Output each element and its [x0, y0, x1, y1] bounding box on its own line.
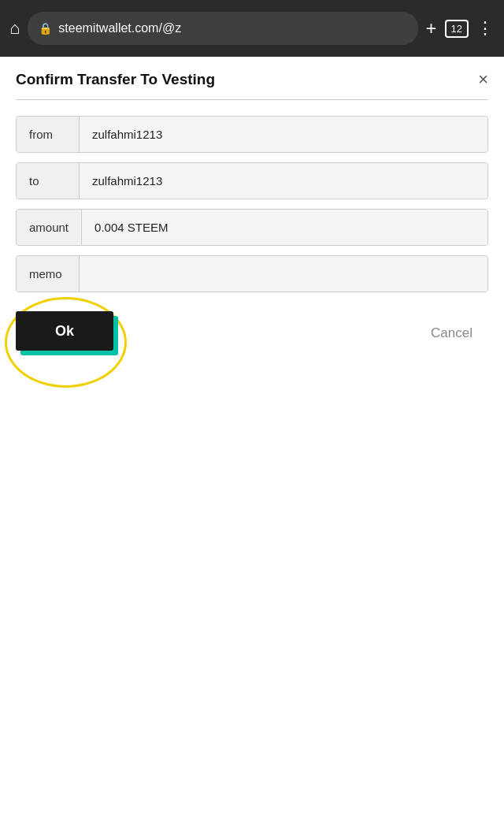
close-icon[interactable]: ×: [478, 71, 488, 88]
memo-value: [80, 256, 487, 292]
from-label: from: [17, 117, 80, 152]
amount-label: amount: [17, 210, 82, 245]
url-bar[interactable]: 🔒 steemitwallet.com/@z: [28, 12, 417, 45]
to-row: to zulfahmi1213: [16, 162, 488, 199]
ok-button-wrapper: Ok: [16, 311, 118, 355]
memo-row: memo: [16, 255, 488, 292]
amount-row: amount 0.004 STEEM: [16, 209, 488, 246]
page-background: [0, 379, 504, 773]
home-icon[interactable]: ⌂: [9, 18, 20, 39]
from-value: zulfahmi1213: [80, 117, 487, 152]
add-tab-icon[interactable]: +: [426, 17, 437, 39]
url-text: steemitwallet.com/@z: [58, 21, 406, 35]
buttons-row: Ok Cancel: [16, 311, 488, 355]
from-row: from zulfahmi1213: [16, 116, 488, 153]
dialog-header: Confirm Transfer To Vesting ×: [16, 71, 488, 88]
to-label: to: [17, 163, 80, 199]
to-value: zulfahmi1213: [80, 163, 487, 199]
lock-icon: 🔒: [39, 22, 52, 35]
amount-value: 0.004 STEEM: [82, 210, 487, 245]
ok-button[interactable]: Ok: [16, 311, 113, 351]
tabs-count-badge[interactable]: 12: [445, 20, 469, 38]
confirm-transfer-dialog: Confirm Transfer To Vesting × from zulfa…: [0, 57, 504, 379]
cancel-button[interactable]: Cancel: [415, 318, 488, 349]
browser-chrome: ⌂ 🔒 steemitwallet.com/@z + 12 ⋮: [0, 0, 504, 57]
dialog-title: Confirm Transfer To Vesting: [16, 71, 215, 88]
memo-label: memo: [17, 256, 80, 292]
browser-menu-icon[interactable]: ⋮: [476, 18, 495, 39]
dialog-divider: [16, 99, 488, 100]
